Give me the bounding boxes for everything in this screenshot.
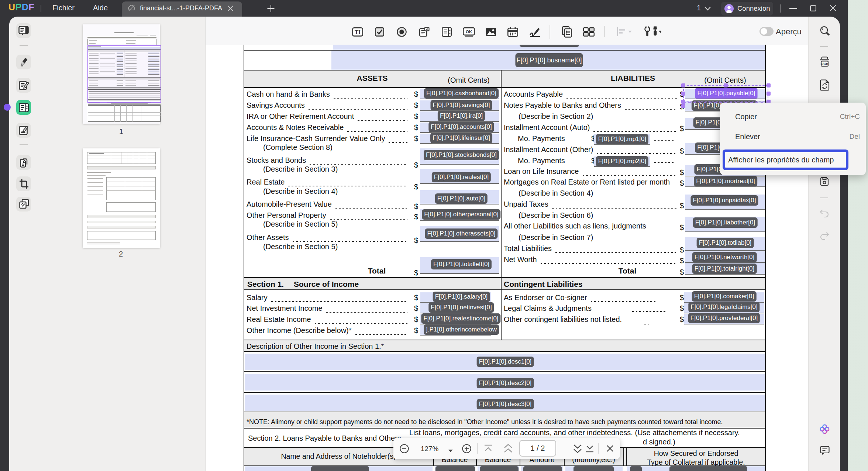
svg-text:OCR: OCR bbox=[821, 62, 829, 66]
svg-text:OK: OK bbox=[466, 30, 472, 34]
svg-text:TI: TI bbox=[355, 29, 361, 35]
